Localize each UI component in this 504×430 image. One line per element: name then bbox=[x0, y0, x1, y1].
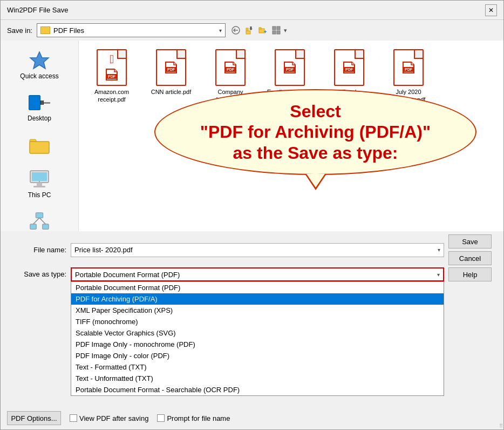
svg-rect-16 bbox=[33, 186, 45, 187]
svg-rect-4 bbox=[259, 28, 261, 29]
toolbar-row: Save in: PDF Files ▾ + ▾ bbox=[1, 20, 503, 41]
svg-rect-18 bbox=[36, 213, 43, 218]
svg-rect-7 bbox=[277, 26, 280, 30]
views-dropdown-arrow[interactable]: ▾ bbox=[284, 27, 287, 34]
type-option-pdfa[interactable]: PDF for Archiving (PDF/A) bbox=[71, 293, 444, 305]
svg-marker-10 bbox=[30, 52, 49, 69]
svg-rect-12 bbox=[30, 142, 49, 153]
cancel-button[interactable]: Cancel bbox=[448, 251, 492, 265]
list-item[interactable]: PDF July 2020 Inventory.pdf bbox=[384, 49, 433, 104]
network-icon bbox=[29, 211, 50, 231]
file-name-input[interactable]: Price list- 2020.pdf ▾ bbox=[71, 243, 444, 257]
type-option-xps[interactable]: XML Paper Specification (XPS) bbox=[71, 305, 444, 316]
help-button[interactable]: Help bbox=[448, 267, 492, 281]
file-name-value: Price list- 2020.pdf bbox=[74, 246, 133, 254]
view-pdf-checkbox[interactable] bbox=[70, 414, 77, 422]
list-item[interactable]: PDF Excel spreadsheet....pdf bbox=[325, 49, 373, 104]
main-body: Quick access Desktop bbox=[1, 41, 503, 231]
svg-line-22 bbox=[39, 218, 45, 224]
view-pdf-option: View PDF after saving bbox=[70, 414, 148, 422]
type-option-svg[interactable]: Scalable Vector Graphics (SVG) bbox=[71, 327, 444, 339]
bottom-section: File name: Price list- 2020.pdf ▾ Save C… bbox=[1, 231, 503, 429]
sidebar-item-this-pc[interactable]: This PC bbox=[10, 165, 69, 203]
svg-rect-8 bbox=[273, 31, 276, 34]
svg-text:PDF: PDF bbox=[286, 68, 294, 71]
svg-rect-9 bbox=[277, 31, 280, 34]
sidebar-item-quick-access[interactable]: Quick access bbox=[10, 46, 69, 84]
folder-icon bbox=[40, 26, 50, 34]
desktop-label: Desktop bbox=[28, 115, 51, 122]
file-name-label: CNN article.pdf bbox=[151, 88, 192, 96]
new-folder-icon: + bbox=[258, 26, 267, 35]
file-name-label: July 2020 Inventory.pdf bbox=[384, 88, 433, 104]
svg-rect-6 bbox=[273, 26, 276, 30]
prompt-checkbox[interactable] bbox=[157, 414, 165, 422]
list-item[interactable]: PDF Email archive.pdf bbox=[265, 49, 314, 104]
dropdown-arrow-icon: ▾ bbox=[219, 28, 222, 33]
svg-rect-14 bbox=[32, 172, 47, 181]
sidebar-item-network[interactable]: Network bbox=[10, 207, 69, 231]
svg-text:+: + bbox=[264, 29, 267, 35]
save-button[interactable]: Save bbox=[448, 234, 492, 248]
type-dropdown-container: Portable Document Format (PDF) ▾ Portabl… bbox=[71, 267, 444, 281]
pdf-file-icon: PDF bbox=[275, 49, 305, 86]
desktop-icon bbox=[29, 92, 50, 113]
svg-text:PDF: PDF bbox=[345, 68, 353, 71]
file-name-label: Excel spreadsheet....pdf bbox=[325, 88, 373, 104]
pdf-file-icon: PDF bbox=[393, 49, 424, 86]
pdf-file-icon: PDF bbox=[215, 49, 246, 86]
save-in-dropdown[interactable]: PDF Files ▾ bbox=[37, 23, 226, 37]
type-dropdown-arrow: ▾ bbox=[437, 272, 440, 278]
save-as-type-label: Save as type: bbox=[7, 267, 66, 278]
type-dropdown-list: Portable Document Format (PDF) PDF for A… bbox=[71, 281, 444, 396]
svg-text:PDF: PDF bbox=[167, 68, 175, 71]
resize-icon: ⠿ bbox=[499, 424, 503, 429]
svg-line-21 bbox=[33, 218, 39, 224]
type-option-txt-unfmt[interactable]: Text - Unformatted (TXT) bbox=[71, 373, 444, 384]
type-option-pdf-color[interactable]: PDF Image Only - color (PDF) bbox=[71, 350, 444, 361]
list-item[interactable]:  PDFPDF Amazon.com receipt.pdf bbox=[87, 49, 136, 104]
sidebar: Quick access Desktop bbox=[1, 41, 79, 231]
view-pdf-label: View PDF after saving bbox=[79, 414, 148, 422]
file-name-row: File name: Price list- 2020.pdf ▾ Save C… bbox=[1, 231, 503, 267]
list-item[interactable]: PDF Company Invoice.pdf bbox=[206, 49, 255, 104]
title-bar: Win2PDF File Save ✕ bbox=[1, 1, 503, 20]
toolbar-icons: + ▾ bbox=[230, 24, 287, 36]
type-option-pdf[interactable]: Portable Document Format (PDF) bbox=[71, 282, 444, 293]
file-name-label: Email archive.pdf bbox=[267, 88, 312, 96]
type-option-ocr[interactable]: Portable Document Format - Searchable (O… bbox=[71, 384, 444, 395]
close-button[interactable]: ✕ bbox=[485, 4, 497, 16]
save-cancel-area: Save Cancel bbox=[448, 234, 497, 265]
this-pc-icon bbox=[29, 169, 50, 190]
prompt-label: Prompt for file name bbox=[167, 414, 230, 422]
sidebar-item-desktop[interactable]: Desktop bbox=[10, 88, 69, 126]
quick-access-icon bbox=[29, 50, 50, 71]
prompt-option: Prompt for file name bbox=[157, 414, 230, 422]
file-name-dropdown-arrow: ▾ bbox=[438, 247, 440, 253]
type-option-pdf-mono[interactable]: PDF Image Only - monochrome (PDF) bbox=[71, 339, 444, 350]
file-name-label: Company Invoice.pdf bbox=[206, 88, 255, 104]
resize-handle[interactable]: ⠿ bbox=[496, 422, 504, 430]
svg-rect-2 bbox=[246, 28, 248, 30]
views-button[interactable] bbox=[270, 24, 282, 36]
list-item[interactable]: PDF CNN article.pdf bbox=[147, 49, 195, 104]
sidebar-item-documents[interactable] bbox=[10, 130, 69, 160]
dialog-window: Win2PDF File Save ✕ Save in: PDF Files ▾… bbox=[0, 0, 504, 430]
pdf-file-icon: PDF bbox=[156, 49, 186, 86]
nav-back-button[interactable] bbox=[230, 24, 242, 36]
pdf-file-icon: PDF bbox=[334, 49, 364, 86]
svg-rect-1 bbox=[246, 31, 250, 34]
new-folder-button[interactable]: + bbox=[257, 24, 269, 36]
svg-text:PDF: PDF bbox=[108, 75, 116, 78]
svg-rect-19 bbox=[30, 224, 36, 230]
save-as-type-dropdown[interactable]: Portable Document Format (PDF) ▾ bbox=[71, 267, 444, 281]
quick-access-label: Quick access bbox=[20, 72, 58, 80]
pdf-options-button[interactable]: PDF Options... bbox=[7, 411, 61, 425]
views-icon bbox=[272, 26, 281, 35]
nav-up-button[interactable] bbox=[243, 24, 255, 36]
back-icon bbox=[231, 26, 240, 35]
type-option-tiff[interactable]: TIFF (monochrome) bbox=[71, 316, 444, 327]
svg-rect-20 bbox=[43, 224, 49, 230]
up-icon bbox=[245, 26, 254, 35]
type-option-txt-fmt[interactable]: Text - Formatted (TXT) bbox=[71, 361, 444, 373]
